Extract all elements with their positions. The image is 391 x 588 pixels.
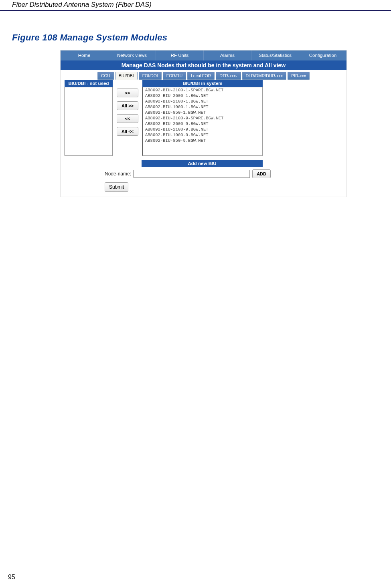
list-item[interactable]: AB8092-BIU-2100-9-SPARE.BGW.NET	[143, 115, 262, 121]
nav-network-views[interactable]: Network views	[108, 50, 156, 60]
submit-row: Submit	[105, 182, 342, 192]
not-used-listbox[interactable]	[65, 87, 113, 156]
bottom-area: Add new BIU Node-name: ADD Submit	[61, 160, 346, 197]
page-header: Fiber Distributed Antenna System (Fiber …	[0, 0, 391, 11]
list-item[interactable]: AB8092-BIU-2100-1.BGW.NET	[143, 99, 262, 104]
tab-foi-doi[interactable]: FOI/DOI	[139, 72, 162, 80]
submit-button[interactable]: Submit	[105, 182, 128, 192]
add-all-button[interactable]: All >>	[117, 101, 138, 110]
tab-local-for[interactable]: Local FOR	[187, 72, 215, 80]
tab-dlr-dmr-dhr[interactable]: DLR/DMR/DHR-xxx	[242, 72, 287, 80]
app-screenshot: Home Network views RF Units Alarms Statu…	[60, 50, 347, 197]
add-button[interactable]: ADD	[252, 169, 271, 178]
move-button-column: >> All >> << All <<	[113, 80, 142, 156]
remove-all-button[interactable]: All <<	[117, 127, 138, 136]
add-one-button[interactable]: >>	[117, 89, 138, 97]
list-item[interactable]: AB8092-BIU-1900-1.BGW.NET	[143, 104, 262, 110]
list-item[interactable]: AB8092-BIU-2600-1.BGW.NET	[143, 93, 262, 99]
in-system-listbox[interactable]: AB8092-BIU-2100-1-SPARE.BGW.NET AB8092-B…	[142, 87, 263, 156]
nav-configuration[interactable]: Configuration	[299, 50, 346, 60]
nav-alarms[interactable]: Alarms	[204, 50, 251, 60]
top-nav: Home Network views RF Units Alarms Statu…	[61, 50, 346, 60]
node-name-label: Node-name:	[105, 171, 131, 177]
list-item[interactable]: AB8092-BIU-2100-1-SPARE.BGW.NET	[143, 87, 262, 93]
left-column: BIU/DBI - not used	[65, 80, 113, 156]
add-new-header: Add new BIU	[142, 160, 263, 167]
nav-rf-units[interactable]: RF Units	[156, 50, 204, 60]
node-name-input[interactable]	[134, 170, 250, 178]
content-area: Figure 108 Manage System Modules Home Ne…	[0, 11, 391, 197]
module-tabs: CCU BIU/DBI FOI/DOI FOR/RU Local FOR DTR…	[61, 70, 346, 80]
tab-pir[interactable]: PIR-xxx	[288, 72, 310, 80]
list-item[interactable]: AB8092-BIU-850-9.BGW.NET	[143, 138, 262, 143]
tab-biu-dbi[interactable]: BIU/DBI	[115, 72, 138, 80]
nav-status-statistics[interactable]: Status/Statistics	[251, 50, 299, 60]
tab-for-ru[interactable]: FOR/RU	[163, 72, 186, 80]
right-column: BIU/DBI in system AB8092-BIU-2100-1-SPAR…	[142, 80, 263, 156]
list-item[interactable]: AB8092-BIU-2600-9.BGW.NET	[143, 121, 262, 127]
section-banner: Manage DAS Nodes that should be in the s…	[61, 60, 346, 70]
right-list-header: BIU/DBI in system	[142, 80, 263, 87]
dual-list-area: BIU/DBI - not used >> All >> << All << B…	[61, 80, 346, 160]
nav-home[interactable]: Home	[61, 50, 108, 60]
tab-dtr[interactable]: DTR-xxx-	[216, 72, 241, 80]
tab-ccu[interactable]: CCU	[97, 72, 114, 80]
left-list-header: BIU/DBI - not used	[65, 80, 113, 87]
list-item[interactable]: AB8092-BIU-1900-9.BGW.NET	[143, 132, 262, 138]
figure-caption: Figure 108 Manage System Modules	[12, 32, 379, 43]
remove-one-button[interactable]: <<	[117, 114, 138, 123]
doc-title: Fiber Distributed Antenna System (Fiber …	[12, 1, 152, 8]
list-item[interactable]: AB8092-BIU-2100-9.BGW.NET	[143, 127, 262, 132]
list-item[interactable]: AB8092-BIU-850-1.BGW.NET	[143, 110, 262, 115]
add-new-row: Node-name: ADD	[105, 169, 342, 178]
page-number: 95	[8, 574, 15, 581]
